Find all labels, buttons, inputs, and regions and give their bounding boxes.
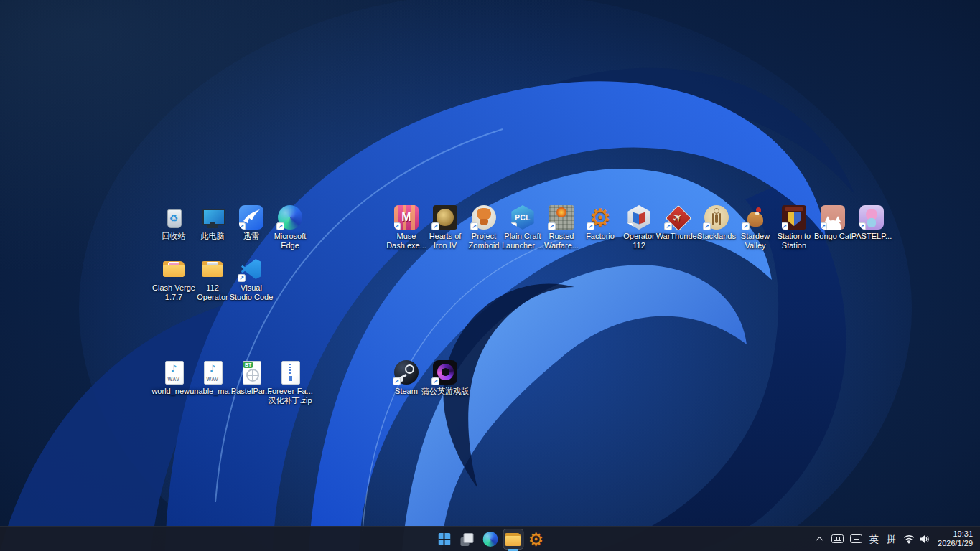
desktop-icon-visual-studio-code[interactable]: Visual Studio Code: [223, 257, 280, 302]
taskbar: 英 拼 19:31: [0, 526, 980, 551]
edge-icon: [482, 532, 498, 547]
shortcut-arrow-icon: [239, 222, 246, 230]
taskbar-clock[interactable]: 19:31 2026/1/29: [933, 529, 977, 549]
warthunder-icon: [666, 205, 690, 230]
stacklands-icon: [704, 205, 729, 230]
shortcut-arrow-icon: [393, 377, 401, 385]
icon-label: 迅雷: [243, 232, 259, 241]
shortcut-arrow-icon: [782, 222, 788, 230]
icon-label: Steam: [395, 387, 418, 396]
desktop-icon-dandelion-game[interactable]: 蒲公英游戏版: [416, 360, 474, 396]
zip-file-icon: [278, 360, 302, 385]
pastelp-icon: [859, 205, 884, 230]
shortcut-arrow-icon: [664, 222, 672, 230]
shortcut-arrow-icon: [470, 222, 478, 230]
icon-label: PASTELP...: [851, 232, 892, 241]
torrent-file-icon: BT: [239, 360, 263, 385]
shortcut-arrow-icon: [821, 222, 827, 230]
clock-date: 2026/1/29: [938, 539, 973, 548]
network-volume-button[interactable]: [900, 529, 933, 549]
taskbar-edge-button[interactable]: [480, 529, 500, 550]
shortcut-arrow-icon: [431, 222, 439, 230]
muse-dash-icon: M: [394, 205, 419, 230]
chevron-up-icon: [816, 536, 823, 543]
shortcut-arrow-icon: [238, 274, 246, 282]
project-zomboid-icon: [472, 205, 496, 230]
ime-mode-button[interactable]: 拼: [883, 529, 900, 549]
shortcut-arrow-icon: [276, 222, 284, 230]
desktop-icon-pastelp[interactable]: PASTELP...: [843, 205, 900, 241]
icon-label: 蒲公英游戏版: [421, 387, 469, 396]
wav-file-type-text: WAV: [200, 377, 225, 382]
folder-icon: [162, 257, 186, 281]
hearts-of-iron-iv-icon: [433, 205, 457, 230]
dandelion-game-icon: [433, 360, 457, 385]
tray-touch-keyboard-button[interactable]: [847, 529, 865, 549]
vscode-icon: [239, 257, 263, 281]
bongo-cat-icon: [821, 205, 845, 230]
windows-desktop[interactable]: 回收站 此电脑 迅雷 Microsoft Edge M Muse Dash.ex…: [0, 0, 980, 551]
clock-time: 19:31: [938, 529, 973, 539]
shortcut-arrow-icon: [431, 377, 439, 385]
taskbar-center-icons: [434, 529, 546, 550]
thunder-icon: [239, 205, 263, 230]
taskbar-start-button[interactable]: [434, 529, 454, 550]
icon-label: Microsoft Edge: [274, 232, 307, 250]
desktop-icon-microsoft-edge[interactable]: Microsoft Edge: [261, 205, 319, 250]
folder-preview-thumbnail: [207, 262, 218, 268]
taskbar-settings-button[interactable]: [526, 529, 546, 550]
system-tray: 英 拼 19:31: [811, 527, 977, 551]
icon-label: Forever-Fa... 汉化补丁.zip: [267, 387, 313, 405]
task-view-icon: [461, 533, 474, 546]
keyboard-icon: [831, 534, 844, 543]
taskbar-file-explorer-button[interactable]: [503, 529, 523, 550]
icon-label: 此电脑: [201, 232, 225, 241]
wav-file-icon: WAV: [162, 360, 186, 385]
shortcut-arrow-icon: [587, 222, 594, 230]
wav-file-icon: WAV: [200, 360, 225, 385]
factorio-gear-icon: [588, 205, 612, 230]
shortcut-arrow-icon: [548, 222, 556, 230]
ime-language-button[interactable]: 英: [866, 529, 882, 549]
stardew-valley-icon: [743, 205, 767, 230]
bt-file-type-text: BT: [243, 362, 253, 368]
shortcut-arrow-icon: [859, 222, 866, 230]
taskbar-task-view-button[interactable]: [457, 529, 477, 550]
windows-start-icon: [438, 533, 450, 545]
plain-craft-launcher-icon: PCL: [510, 205, 535, 230]
icon-label: 回收站: [162, 232, 186, 241]
rusted-warfare-icon: [549, 205, 574, 230]
pcl-letters: PCL: [515, 214, 531, 222]
wifi-icon: [903, 534, 915, 544]
tray-show-hidden-icons-button[interactable]: [811, 529, 828, 549]
touch-keyboard-icon: [850, 534, 862, 543]
desktop-icon-forever-fa-zip[interactable]: Forever-Fa... 汉化补丁.zip: [261, 360, 319, 405]
file-explorer-icon: [505, 533, 521, 546]
volume-icon: [919, 534, 930, 544]
settings-gear-icon: [528, 531, 544, 548]
shortcut-arrow-icon: [703, 222, 711, 230]
this-pc-icon: [200, 205, 225, 230]
folder-preview-thumbnail: [168, 262, 179, 268]
tray-hardware-keyboard-button[interactable]: [829, 529, 846, 549]
steam-icon: [394, 360, 419, 385]
shortcut-arrow-icon: [742, 222, 750, 230]
shortcut-arrow-icon: [625, 222, 633, 230]
icon-label: Visual Studio Code: [230, 283, 274, 302]
operator-112-icon: [627, 205, 651, 230]
wav-file-type-text: WAV: [162, 377, 186, 382]
folder-icon: [200, 257, 225, 281]
ime-mode-label: 拼: [887, 534, 896, 544]
clock-text: 19:31 2026/1/29: [938, 529, 973, 548]
ime-language-label: 英: [869, 534, 879, 544]
recycle-bin-icon: [162, 205, 186, 230]
edge-icon: [278, 205, 302, 230]
shortcut-arrow-icon: [394, 222, 401, 230]
station-to-station-icon: [782, 205, 806, 230]
muse-dash-letter: M: [401, 211, 411, 224]
shortcut-arrow-icon: [509, 222, 517, 230]
